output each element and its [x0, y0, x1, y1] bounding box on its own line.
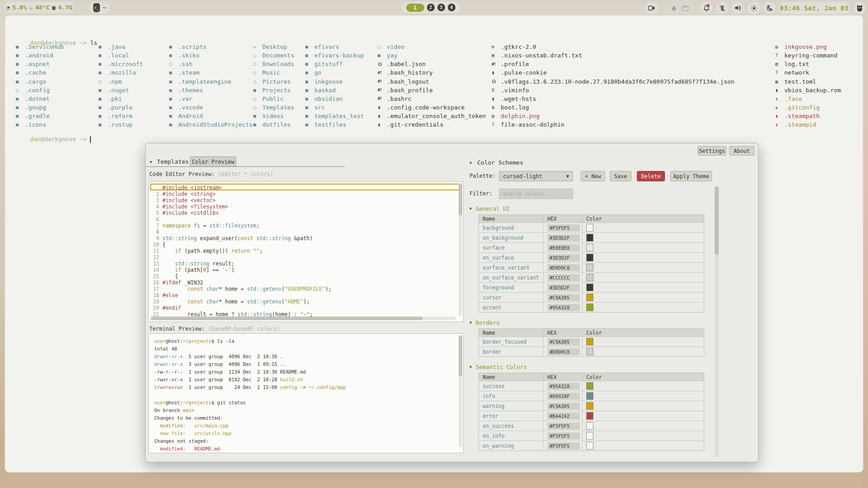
hex-value-input[interactable]: #D0D0C8: [547, 348, 580, 355]
tab-color-preview[interactable]: Color Preview: [190, 156, 236, 167]
color-swatch[interactable]: [586, 392, 593, 400]
section-collapse-icon[interactable]: ▼: [470, 321, 472, 325]
section-collapse-icon[interactable]: ▼: [470, 207, 472, 211]
hex-value-input[interactable]: #E8E8E8: [547, 244, 580, 251]
code-preview-label: Code Editor Preview: (editor_* colors): [149, 171, 274, 177]
hex-value-input[interactable]: #C9A305: [547, 338, 580, 346]
notification-badge: [707, 4, 710, 7]
color-swatch[interactable]: [586, 422, 593, 430]
screen-record-button[interactable]: [645, 2, 658, 14]
color-swatch[interactable]: [586, 224, 593, 232]
color-swatch[interactable]: [586, 244, 593, 251]
delete-button[interactable]: Delete: [637, 171, 665, 181]
color-swatch[interactable]: [586, 402, 593, 410]
color-swatch[interactable]: [586, 382, 593, 390]
hex-value-input[interactable]: #D0D0C8: [547, 264, 580, 271]
new-palette-button[interactable]: + New: [581, 171, 605, 181]
file-entry: ■.rustup: [99, 120, 133, 129]
file-name: .gtkrc-2.0: [501, 43, 536, 50]
notifications-button[interactable]: [700, 2, 712, 14]
section-header[interactable]: ▼Borders: [470, 318, 709, 327]
file-name: Music: [262, 69, 280, 76]
color-schemes-collapse-icon[interactable]: ▼: [470, 161, 472, 165]
color-swatch[interactable]: [586, 234, 593, 242]
inactive-tray-group[interactable]: [664, 2, 695, 14]
code-line: 4#include <filesystem>: [149, 204, 228, 210]
volume-button[interactable]: [731, 2, 744, 14]
hex-value-input[interactable]: #CCCCCC: [547, 274, 580, 281]
about-button[interactable]: About: [729, 146, 754, 156]
scrollbar-thumb[interactable]: [459, 184, 462, 215]
workspace-2[interactable]: 2: [427, 4, 435, 11]
apply-theme-button[interactable]: Apply Theme: [670, 171, 712, 181]
hex-value-input[interactable]: #F5F5F5: [547, 422, 580, 430]
code-vertical-scrollbar[interactable]: [459, 183, 462, 316]
night-light-button[interactable]: [764, 2, 776, 14]
hex-value-input[interactable]: #C9A305: [547, 294, 580, 301]
file-name: .ServiceHub: [25, 43, 64, 50]
templates-section-label[interactable]: Templates: [157, 158, 189, 165]
terminal-preview[interactable]: user@host:~/projects$ ls -latotal 48drwx…: [148, 333, 464, 453]
file-entry: ■.reform: [99, 112, 133, 120]
hex-value-input[interactable]: #F5F5F5: [547, 432, 580, 440]
filter-input[interactable]: Search colors...: [499, 189, 573, 199]
hex-value-input[interactable]: #60928F: [547, 393, 580, 400]
hex-value-input[interactable]: #95A328: [547, 383, 580, 390]
hex-cell: #C9A305: [544, 401, 583, 411]
file-name: go: [314, 69, 322, 76]
color-cell: [583, 441, 704, 450]
code-line: 12: [149, 254, 162, 261]
file-name: .bash_profile: [387, 87, 433, 94]
color-swatch[interactable]: [586, 264, 593, 271]
color-swatch[interactable]: [586, 442, 593, 450]
color-row: warning#C9A305: [479, 401, 704, 411]
color-row: on_warning#F5F5F5: [479, 441, 704, 450]
shell-prompt-line-2[interactable]: dan@darkgoose ~>: [16, 129, 91, 150]
hex-value-input[interactable]: #95A328: [547, 304, 580, 311]
palette-value: cursed-light: [503, 173, 542, 180]
folder-icon: ■: [99, 70, 108, 75]
workspace-3[interactable]: 3: [437, 4, 445, 11]
bluetooth-button[interactable]: [716, 2, 728, 14]
workspace-1[interactable]: 1: [406, 4, 424, 12]
hex-value-input[interactable]: #F5F5F5: [547, 442, 580, 450]
scrollbar-thumb[interactable]: [459, 336, 462, 376]
code-editor-preview[interactable]: #include <iostream>2#include <string>3#i…: [148, 181, 464, 322]
folder-open-icon: ▢: [253, 79, 262, 84]
hex-value-input[interactable]: #3D3D2F: [547, 284, 580, 291]
color-swatch[interactable]: [586, 254, 593, 261]
workspace-4[interactable]: 4: [448, 4, 455, 11]
hex-value-input[interactable]: #C9A305: [547, 403, 580, 410]
hex-value-input[interactable]: #F5F5F5: [547, 224, 580, 232]
clock-widget[interactable]: 03:46 Sat, Jan 03: [779, 2, 849, 14]
file-icon: ▮: [775, 88, 784, 93]
hex-value-input[interactable]: #B44242: [547, 412, 580, 420]
settings-button[interactable]: Settings: [697, 146, 726, 156]
section-header[interactable]: ▼Semantic Colors: [470, 362, 709, 371]
system-stats-widget[interactable]: ◔ 5.8% ♨ 48°C ▦ 4.7G: [5, 2, 74, 13]
terminal-taskbar-chip[interactable]: >_ ~: [89, 2, 110, 13]
power-menu-button[interactable]: [854, 2, 865, 14]
save-button[interactable]: Save: [610, 171, 631, 181]
palette-dropdown[interactable]: cursed-light ▼: [499, 171, 573, 181]
color-swatch[interactable]: [586, 338, 593, 346]
brightness-button[interactable]: [748, 2, 760, 14]
color-swatch[interactable]: [586, 294, 593, 301]
hex-value-input[interactable]: #3D3D2F: [547, 254, 580, 261]
section-header[interactable]: ▼General UI: [470, 204, 709, 213]
color-swatch[interactable]: [586, 412, 593, 420]
file-entry: #!.bash_logout: [378, 77, 429, 86]
color-swatch[interactable]: [586, 303, 593, 311]
templates-collapse-icon[interactable]: ▼: [150, 160, 152, 164]
color-swatch[interactable]: [586, 284, 593, 291]
scrollbar-thumb[interactable]: [715, 187, 719, 255]
color-swatch[interactable]: [586, 432, 593, 440]
terminal-vertical-scrollbar[interactable]: [459, 335, 462, 447]
file-name: .bashrc: [387, 95, 412, 102]
color-swatch[interactable]: [586, 348, 593, 355]
section-collapse-icon[interactable]: ▼: [470, 365, 472, 369]
color-list-scrollbar[interactable]: [715, 186, 719, 457]
color-cell: [583, 347, 704, 356]
hex-value-input[interactable]: #3D3D2F: [547, 234, 580, 242]
color-swatch[interactable]: [586, 274, 593, 281]
